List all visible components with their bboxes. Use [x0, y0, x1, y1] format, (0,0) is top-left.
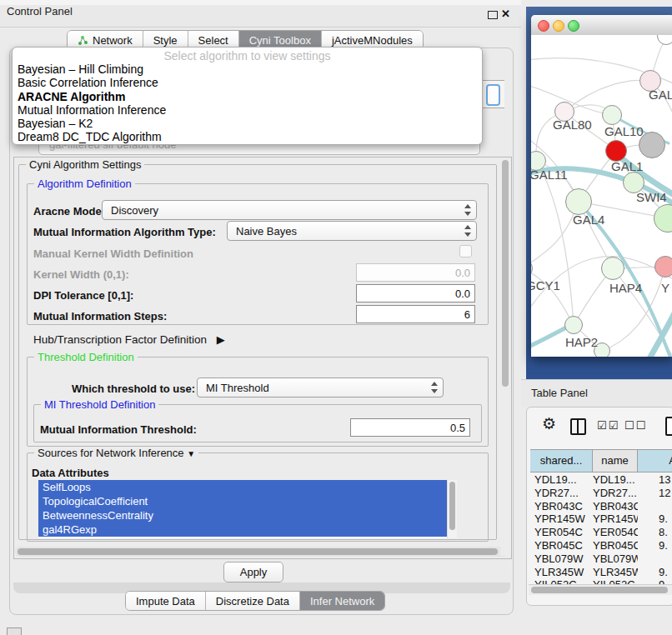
- cell: YDL19...: [534, 473, 593, 486]
- cyni-algorithm-settings-title: Cyni Algorithm Settings: [26, 158, 144, 171]
- manual-kernel-checkbox[interactable]: [459, 245, 472, 258]
- algorithm-option-aracne-algorithm[interactable]: ARACNE Algorithm: [18, 90, 477, 103]
- algorithm-option-mutual-information-inference[interactable]: Mutual Information Inference: [18, 103, 477, 117]
- table-row[interactable]: YBL079WYBL079W: [530, 552, 672, 566]
- algorithm-option-dream8-dc-tdc-algorithm[interactable]: Dream8 DC_TDC Algorithm: [18, 130, 477, 143]
- cell: 9.: [659, 539, 672, 552]
- algorithm-option-bayesian-hill-climbing[interactable]: Bayesian – Hill Climbing: [18, 62, 477, 76]
- manual-kernel-label: Manual Kernel Width Definition: [33, 248, 193, 260]
- attributes-scrollbar[interactable]: [447, 480, 457, 538]
- algorithm-dropdown-popup: Select algorithm to view settings Bayesi…: [12, 47, 483, 145]
- column-header-shared[interactable]: shared...: [530, 450, 593, 472]
- expand-arrow-icon: ▶: [217, 333, 225, 346]
- node-y[interactable]: [654, 256, 672, 278]
- network-window-titlebar[interactable]: [531, 15, 672, 36]
- cell: 12: [659, 487, 672, 499]
- column-header-name[interactable]: name: [593, 450, 638, 472]
- sources-title[interactable]: Sources for Network Inference ▼: [34, 447, 198, 459]
- network-window[interactable]: GALGAL80GAL10GAL1GAL11SWI4GAL4GCY1HAP4YH…: [531, 15, 672, 357]
- column-header-a[interactable]: A: [638, 450, 672, 472]
- node-gal10[interactable]: [602, 105, 622, 125]
- algorithm-option-bayesian-k2[interactable]: Bayesian – K2: [18, 117, 477, 130]
- tab-infer-network[interactable]: Infer Network: [299, 592, 384, 610]
- collapse-arrow-icon: ▼: [187, 449, 195, 458]
- node-label-gal11: GAL11: [531, 168, 568, 182]
- inference-combo-stepper[interactable]: [481, 80, 504, 108]
- cell: YLR345W: [593, 566, 638, 578]
- dpi-tolerance-label: DPI Tolerance [0,1]:: [33, 289, 133, 302]
- node-label-hap2: HAP2: [565, 335, 598, 349]
- tab-label: Network: [93, 34, 133, 47]
- tab-impute-data[interactable]: Impute Data: [126, 592, 205, 610]
- node-label-swi4: SWI4: [636, 190, 667, 204]
- float-window-icon[interactable]: [488, 11, 498, 19]
- node-hap4[interactable]: [601, 257, 624, 280]
- table-row[interactable]: YBR043CYBR043C: [530, 500, 672, 513]
- settings-vertical-scrollbar[interactable]: [500, 158, 509, 556]
- cell: YBR043C: [534, 500, 593, 512]
- table-row[interactable]: YBR045CYBR045C9.: [530, 539, 672, 552]
- node-label-gal4: GAL4: [573, 212, 604, 227]
- cell: YDR27...: [593, 487, 638, 499]
- tab-label: Select: [198, 34, 228, 47]
- select-all-checkboxes-icon[interactable]: ☑☑: [597, 419, 619, 432]
- close-traffic-light[interactable]: [538, 20, 549, 32]
- table-horizontal-scrollbar[interactable]: [529, 584, 672, 595]
- apply-button[interactable]: Apply: [223, 562, 283, 582]
- cell: 8.: [659, 526, 672, 538]
- dpi-tolerance-field[interactable]: 0.0: [356, 284, 475, 302]
- attribute-item-topologicalcoefficient[interactable]: TopologicalCoefficient: [38, 494, 449, 508]
- node-label-gcy1: GCY1: [531, 278, 560, 292]
- zoom-traffic-light[interactable]: [568, 20, 579, 32]
- split-columns-icon[interactable]: [570, 418, 586, 435]
- table-row[interactable]: YDR27...YDR27...12: [530, 487, 672, 500]
- network-icon: [78, 35, 88, 46]
- table-panel-body: ⚙ ☑☑ ☐☐ shared...nameA YDL19...YDL19...1…: [526, 407, 672, 606]
- close-icon[interactable]: ✕: [501, 8, 510, 20]
- table-row[interactable]: YDL19...YDL19...13: [530, 473, 672, 487]
- stepper-icon: [464, 203, 472, 217]
- gear-icon[interactable]: ⚙: [542, 414, 556, 433]
- mi-type-select[interactable]: Naive Bayes: [227, 221, 477, 241]
- table-panel-title: Table Panel: [531, 387, 588, 399]
- network-canvas[interactable]: GALGAL80GAL10GAL1GAL11SWI4GAL4GCY1HAP4YH…: [531, 35, 672, 357]
- mi-threshold-label: Mutual Information Threshold:: [40, 423, 197, 436]
- document-icon[interactable]: [665, 417, 672, 436]
- kernel-width-field[interactable]: 0.0: [356, 263, 475, 282]
- minimize-traffic-light[interactable]: [553, 20, 564, 32]
- cyni-bottom-tabs: Impute DataDiscretize DataInfer Network: [125, 591, 385, 611]
- attribute-item-selfloops[interactable]: SelfLoops: [38, 480, 449, 494]
- cell: YBR045C: [593, 539, 638, 552]
- algorithm-option-basic-correlation-inference[interactable]: Basic Correlation Inference: [18, 76, 477, 89]
- mi-steps-label: Mutual Information Steps:: [33, 310, 167, 322]
- kernel-width-label: Kernel Width (0,1):: [33, 268, 129, 281]
- settings-horizontal-scrollbar[interactable]: [15, 547, 509, 557]
- cell: YLR345W: [534, 566, 593, 578]
- node-hap2[interactable]: [564, 316, 583, 334]
- cell: 9.: [659, 566, 672, 578]
- mi-threshold-title: MI Threshold Definition: [41, 398, 158, 411]
- node-label-gal1: GAL1: [611, 159, 643, 173]
- deselect-all-checkboxes-icon[interactable]: ☐☐: [624, 419, 647, 432]
- tab-label: jActiveMNodules: [332, 34, 413, 47]
- stepper-icon: [464, 224, 472, 238]
- table-row[interactable]: YER054CYER054C8.: [530, 526, 672, 539]
- node-label-gal: GAL: [649, 88, 672, 102]
- mi-threshold-field[interactable]: 0.5: [350, 418, 470, 437]
- mi-type-label: Mutual Information Algorithm Type:: [33, 226, 216, 238]
- tab-label: Infer Network: [310, 595, 374, 608]
- node-gal4[interactable]: [565, 188, 592, 215]
- corner-button[interactable]: [7, 628, 22, 635]
- table-row[interactable]: YLR345WYLR345W9.: [530, 566, 672, 579]
- mi-steps-field[interactable]: 6: [356, 305, 475, 323]
- hub-definition-toggle[interactable]: Hub/Transcription Factor Definition ▶: [33, 333, 225, 346]
- tab-discretize-data[interactable]: Discretize Data: [205, 592, 299, 610]
- aracne-mode-label: Aracne Mode:: [33, 205, 105, 218]
- algorithm-options: Bayesian – Hill ClimbingBasic Correlatio…: [18, 62, 477, 144]
- which-threshold-select[interactable]: MI Threshold: [197, 378, 444, 398]
- table-row[interactable]: YPR145WYPR145W9.: [530, 512, 672, 526]
- attribute-item-gal4rgexp[interactable]: gal4RGexp: [38, 522, 449, 537]
- attribute-item-betweennesscentrality[interactable]: BetweennessCentrality: [38, 508, 449, 522]
- aracne-mode-select[interactable]: Discovery: [102, 200, 477, 220]
- cell: YBR045C: [534, 539, 593, 552]
